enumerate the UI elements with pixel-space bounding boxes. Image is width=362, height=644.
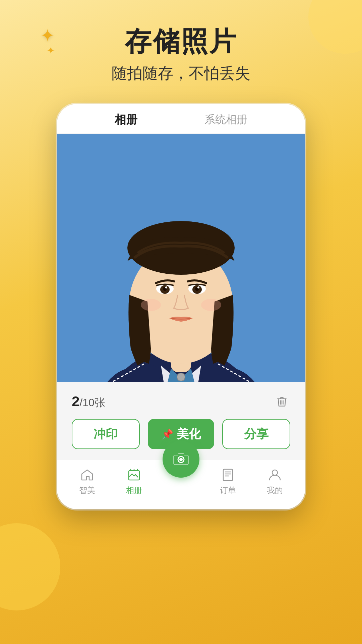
svg-rect-19 [223,469,233,481]
bottom-safe-area [57,499,305,502]
share-button[interactable]: 分享 [222,419,290,449]
photo-placeholder [57,134,305,382]
svg-point-20 [272,470,278,475]
svg-point-17 [179,458,183,461]
nav-label-order: 订单 [220,485,236,496]
count-total: 10 [82,396,95,409]
pin-icon: 📌 [162,429,173,440]
header-section: ✦ ✦ 存储照片 随拍随存，不怕丢失 [0,0,362,97]
photo-area [57,134,305,382]
nav-item-profile[interactable]: 我的 [255,466,295,496]
album-icon [126,466,142,483]
nav-label-profile: 我的 [267,485,283,496]
phone-mockup: 相册 系统相册 [57,104,305,509]
header-stars: ✦ ✦ [40,27,55,56]
nav-label-album: 相册 [126,485,142,496]
order-icon [220,466,236,483]
profile-icon [266,466,283,483]
count-slash: / [79,396,82,409]
svg-point-15 [177,373,185,381]
phone-top-bar: 相册 系统相册 [57,104,305,134]
svg-point-11 [165,286,167,288]
count-unit: 张 [95,396,105,409]
nav-item-home[interactable]: 智美 [67,466,107,496]
home-icon [79,466,96,483]
photo-counter: 2/10张 [72,393,105,410]
svg-point-12 [197,286,199,288]
star-large-icon: ✦ [40,27,55,44]
star-small-icon: ✦ [46,46,55,56]
nav-label-home: 智美 [79,485,95,496]
tab-system[interactable]: 系统相册 [204,112,247,127]
svg-point-13 [141,299,161,311]
print-button[interactable]: 冲印 [72,419,140,449]
photo-counter-row: 2/10张 [70,390,292,416]
subtitle: 随拍随存，不怕丢失 [0,63,362,84]
phone-container: 相册 系统相册 [0,104,362,509]
tab-album[interactable]: 相册 [115,112,137,127]
svg-point-14 [201,299,221,311]
delete-icon[interactable] [274,393,290,410]
camera-fab-button[interactable] [163,441,199,478]
nav-item-order[interactable]: 订单 [208,466,248,496]
phone-bottom: 智美 相册 [57,459,305,509]
count-current: 2 [72,393,79,409]
nav-item-album[interactable]: 相册 [114,466,154,496]
bg-blob-bottom-left [0,523,60,610]
